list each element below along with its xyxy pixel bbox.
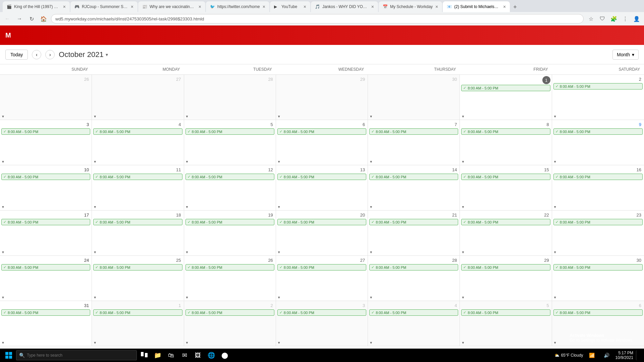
profile-icon[interactable]: 👤: [632, 14, 641, 23]
cal-cell-w3-d1[interactable]: 18✓8:00 AM - 5:00 PM▼: [92, 210, 184, 256]
expand-arrow-w2-d0[interactable]: ▼: [1, 205, 5, 209]
event-w5-d2[interactable]: ✓8:00 AM - 5:00 PM: [185, 309, 274, 316]
taskbar-network[interactable]: 📶: [586, 349, 598, 361]
expand-arrow-w1-d5[interactable]: ▼: [461, 160, 465, 164]
home-button[interactable]: 🏠: [39, 14, 48, 23]
back-button[interactable]: ←: [3, 14, 12, 23]
taskbar-task-view[interactable]: [138, 349, 150, 361]
event-w1-d4[interactable]: ✓8:00 AM - 5:00 PM: [369, 128, 458, 135]
event-w3-d6[interactable]: ✓8:00 AM - 5:00 PM: [553, 219, 643, 225]
taskbar-search-input[interactable]: [27, 353, 134, 358]
cal-cell-w2-d6[interactable]: 16✓8:00 AM - 5:00 PM▼: [552, 165, 644, 210]
taskbar-photos[interactable]: 🖼: [192, 349, 204, 361]
cal-cell-w1-d1[interactable]: 4✓8:00 AM - 5:00 PM▼: [92, 120, 184, 165]
expand-arrow-w2-d5[interactable]: ▼: [461, 205, 465, 209]
cal-cell-w1-d0[interactable]: 3✓8:00 AM - 5:00 PM▼: [0, 120, 92, 165]
expand-arrow-w1-d4[interactable]: ▼: [369, 160, 373, 164]
cal-cell-w3-d2[interactable]: 19✓8:00 AM - 5:00 PM▼: [184, 210, 276, 256]
prev-month-button[interactable]: ‹: [32, 50, 41, 59]
cal-cell-w0-d4[interactable]: 30▼: [368, 75, 460, 120]
event-w1-d2[interactable]: ✓8:00 AM - 5:00 PM: [185, 128, 274, 135]
expand-arrow-w1-d2[interactable]: ▼: [185, 160, 189, 164]
taskbar-store[interactable]: 🛍: [165, 349, 177, 361]
cal-cell-w2-d4[interactable]: 14✓8:00 AM - 5:00 PM▼: [368, 165, 460, 210]
cal-cell-w4-d0[interactable]: 24✓8:00 AM - 5:00 PM▼: [0, 256, 92, 301]
taskbar-chrome[interactable]: ⬤: [219, 349, 231, 361]
expand-arrow-w5-d6[interactable]: ▼: [553, 341, 557, 345]
cal-cell-w1-d3[interactable]: 6✓8:00 AM - 5:00 PM▼: [276, 120, 368, 165]
taskbar-volume[interactable]: 🔊: [601, 349, 613, 361]
event-w1-d0[interactable]: ✓8:00 AM - 5:00 PM: [1, 128, 90, 135]
tab-4-close[interactable]: ×: [263, 4, 265, 9]
tab-5[interactable]: ▶ YouTube ×: [270, 1, 310, 12]
expand-arrow-w3-d2[interactable]: ▼: [185, 250, 189, 254]
expand-arrow-w3-d6[interactable]: ▼: [553, 250, 557, 254]
event-w2-d5[interactable]: ✓8:00 AM - 5:00 PM: [461, 174, 550, 180]
event-w1-d3[interactable]: ✓8:00 AM - 5:00 PM: [277, 128, 366, 135]
tab-5-close[interactable]: ×: [304, 4, 306, 9]
cal-cell-w3-d3[interactable]: 20✓8:00 AM - 5:00 PM▼: [276, 210, 368, 256]
event-w5-d6[interactable]: ✓8:00 AM - 5:00 PM: [553, 309, 643, 316]
cal-cell-w5-d2[interactable]: 2✓8:00 AM - 5:00 PM▼: [184, 301, 276, 346]
cal-cell-w5-d0[interactable]: 31✓8:00 AM - 5:00 PM▼: [0, 301, 92, 346]
expand-arrow-w2-d2[interactable]: ▼: [185, 205, 189, 209]
event-w4-d3[interactable]: ✓8:00 AM - 5:00 PM: [277, 264, 366, 270]
expand-arrow-w3-d1[interactable]: ▼: [93, 250, 97, 254]
cal-cell-w1-d4[interactable]: 7✓8:00 AM - 5:00 PM▼: [368, 120, 460, 165]
cal-cell-w3-d5[interactable]: 22✓8:00 AM - 5:00 PM▼: [460, 210, 552, 256]
event-w3-d2[interactable]: ✓8:00 AM - 5:00 PM: [185, 219, 274, 225]
event-w5-d3[interactable]: ✓8:00 AM - 5:00 PM: [277, 309, 366, 316]
expand-arrow-w0-d4[interactable]: ▼: [369, 115, 373, 118]
cal-cell-w2-d5[interactable]: 15✓8:00 AM - 5:00 PM▼: [460, 165, 552, 210]
expand-arrow-w2-d4[interactable]: ▼: [369, 205, 373, 209]
event-w3-d1[interactable]: ✓8:00 AM - 5:00 PM: [93, 219, 182, 225]
expand-arrow-w2-d6[interactable]: ▼: [553, 205, 557, 209]
cal-cell-w1-d2[interactable]: 5✓8:00 AM - 5:00 PM▼: [184, 120, 276, 165]
extension-icon[interactable]: 🧩: [609, 14, 619, 23]
event-w2-d3[interactable]: ✓8:00 AM - 5:00 PM: [277, 174, 366, 180]
event-w4-d4[interactable]: ✓8:00 AM - 5:00 PM: [369, 264, 458, 270]
event-w1-d6[interactable]: ✓8:00 AM - 5:00 PM: [553, 128, 643, 135]
expand-arrow-w0-d1[interactable]: ▼: [93, 115, 97, 118]
tab-7-close[interactable]: ×: [435, 4, 438, 9]
cal-cell-w2-d2[interactable]: 12✓8:00 AM - 5:00 PM▼: [184, 165, 276, 210]
taskbar-search-box[interactable]: 🔍: [16, 350, 137, 360]
cal-cell-w0-d2[interactable]: 28▼: [184, 75, 276, 120]
taskbar-mail[interactable]: ✉: [178, 349, 191, 361]
expand-arrow-w0-d6[interactable]: ▼: [553, 115, 557, 118]
cal-cell-w3-d4[interactable]: 21✓8:00 AM - 5:00 PM▼: [368, 210, 460, 256]
forward-button[interactable]: →: [15, 14, 24, 23]
event-w4-d2[interactable]: ✓8:00 AM - 5:00 PM: [185, 264, 274, 270]
expand-arrow-w2-d1[interactable]: ▼: [93, 205, 97, 209]
today-button[interactable]: Today: [5, 50, 28, 60]
event-w3-d0[interactable]: ✓8:00 AM - 5:00 PM: [1, 219, 90, 225]
tab-2-close[interactable]: ×: [131, 4, 133, 9]
event-w5-d1[interactable]: ✓8:00 AM - 5:00 PM: [93, 309, 182, 316]
cal-cell-w5-d1[interactable]: 1✓8:00 AM - 5:00 PM▼: [92, 301, 184, 346]
expand-arrow-w4-d6[interactable]: ▼: [553, 296, 557, 299]
expand-arrow-w4-d4[interactable]: ▼: [369, 296, 373, 299]
taskbar-edge[interactable]: 🌐: [205, 349, 217, 361]
expand-arrow-w4-d0[interactable]: ▼: [1, 296, 5, 299]
start-button[interactable]: [3, 349, 15, 361]
event-w3-d5[interactable]: ✓8:00 AM - 5:00 PM: [461, 219, 550, 225]
cal-cell-w3-d0[interactable]: 17✓8:00 AM - 5:00 PM▼: [0, 210, 92, 256]
event-w3-d3[interactable]: ✓8:00 AM - 5:00 PM: [277, 219, 366, 225]
event-w4-d6[interactable]: ✓8:00 AM - 5:00 PM: [553, 264, 643, 270]
tab-7[interactable]: 📅 My Schedule - Workday ×: [379, 1, 442, 12]
event-w2-d2[interactable]: ✓8:00 AM - 5:00 PM: [185, 174, 274, 180]
tab-3[interactable]: 📰 Why are we vaccinating c... ×: [138, 1, 205, 12]
tab-6[interactable]: 🎵 Jankos - WHY DID YOU K... ×: [311, 1, 378, 12]
cal-cell-w0-d0[interactable]: 26▼: [0, 75, 92, 120]
expand-arrow-w5-d3[interactable]: ▼: [277, 341, 281, 345]
event-w0-d5[interactable]: ✓8:00 AM - 5:00 PM: [461, 85, 550, 91]
expand-arrow-w5-d4[interactable]: ▼: [369, 341, 373, 345]
event-w3-d4[interactable]: ✓8:00 AM - 5:00 PM: [369, 219, 458, 225]
new-tab-button[interactable]: +: [511, 2, 520, 12]
event-w5-d0[interactable]: ✓8:00 AM - 5:00 PM: [1, 309, 90, 316]
expand-arrow-w4-d3[interactable]: ▼: [277, 296, 281, 299]
event-w4-d5[interactable]: ✓8:00 AM - 5:00 PM: [461, 264, 550, 270]
tab-6-close[interactable]: ×: [371, 4, 374, 9]
event-w2-d0[interactable]: ✓8:00 AM - 5:00 PM: [1, 174, 90, 180]
taskbar-file-explorer[interactable]: 📁: [152, 349, 164, 361]
